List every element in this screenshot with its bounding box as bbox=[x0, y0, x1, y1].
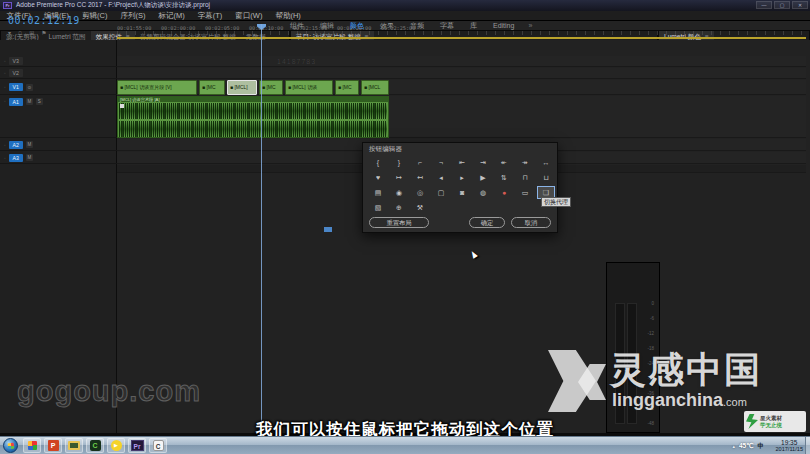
button-grid-row: {}⌐¬⇤⇥↞↠↔ bbox=[363, 156, 557, 171]
timeline-playhead-line bbox=[261, 171, 262, 342]
window-title: Adobe Premiere Pro CC 2017 - F:\Project\… bbox=[16, 1, 210, 10]
editor-button[interactable]: ⌐ bbox=[411, 156, 429, 169]
window-controls: —▢✕ bbox=[756, 1, 808, 9]
tray-expand-icon[interactable]: ▴ bbox=[732, 443, 735, 449]
recorder-icon[interactable]: C bbox=[149, 438, 167, 453]
meter-scale-label: -42 bbox=[647, 406, 654, 411]
launcher-icon[interactable] bbox=[23, 438, 41, 453]
editor-button[interactable]: ↞ bbox=[495, 156, 513, 169]
system-tray: ▴ 45℃ 中 bbox=[732, 437, 764, 454]
timeline-track-headers: ◦V3◦V2◦V1⊙◦A1MS◦A2M◦A3M bbox=[0, 171, 117, 342]
button-editor-dialog: 按钮编辑器 {}⌐¬⇤⇥↞↠↔♥↦↤◂▸▶⇅⊓⊔▤◉◎▢◙◍●▭❏▧⊕⚒ 切换代… bbox=[362, 142, 558, 233]
editor-button[interactable]: ♥ bbox=[369, 171, 387, 184]
editor-button[interactable]: } bbox=[390, 156, 408, 169]
show-desktop-button[interactable] bbox=[805, 437, 810, 454]
camtasia-icon[interactable]: C bbox=[86, 438, 104, 453]
window-control-icon[interactable]: ✕ bbox=[792, 1, 808, 9]
clock-date: 2017/11/15 bbox=[775, 446, 803, 452]
editor-button[interactable]: ⚒ bbox=[411, 201, 429, 214]
cpu-temp-widget[interactable]: 45℃ bbox=[739, 442, 754, 450]
button-grid-row: ▧⊕⚒ bbox=[363, 201, 557, 216]
button-grid-row: ▤◉◎▢◙◍●▭❏ bbox=[363, 186, 557, 201]
editor-button[interactable]: ▧ bbox=[369, 201, 387, 214]
premiere-icon[interactable]: Pr bbox=[128, 438, 146, 453]
toggle-proxies-tooltip: 切换代理 bbox=[541, 197, 571, 207]
editor-button[interactable]: ↦ bbox=[390, 171, 408, 184]
menu-item[interactable]: 字幕(T) bbox=[191, 11, 229, 21]
meter-scale-label: -18 bbox=[647, 346, 654, 351]
menu-item[interactable]: 窗口(W) bbox=[229, 11, 269, 21]
audio-meters-panel: 0-6-12-18-24-30-36-42-48 bbox=[606, 262, 660, 433]
premiere-app-window: Pr Adobe Premiere Pro CC 2017 - F:\Proje… bbox=[0, 0, 810, 454]
media-folder-icon[interactable] bbox=[65, 438, 83, 453]
reset-layout-button[interactable]: 重置布局 bbox=[369, 217, 429, 228]
editor-button[interactable]: ◉ bbox=[390, 186, 408, 199]
editor-button[interactable]: ⊕ bbox=[390, 201, 408, 214]
meter-scale-label: -6 bbox=[647, 316, 654, 321]
editor-button[interactable]: ▭ bbox=[516, 186, 534, 199]
start-button[interactable] bbox=[3, 438, 18, 453]
ok-button[interactable]: 确定 bbox=[469, 217, 505, 228]
taskbar-apps: PC▶PrC bbox=[23, 438, 167, 453]
editor-button[interactable]: ◙ bbox=[453, 186, 471, 199]
editor-button[interactable]: ▤ bbox=[369, 186, 387, 199]
meter-scale-label: 0 bbox=[647, 301, 654, 306]
editor-button[interactable]: ↤ bbox=[411, 171, 429, 184]
meter-bar-left bbox=[615, 303, 625, 424]
dialog-title: 按钮编辑器 bbox=[369, 145, 402, 154]
meter-scale: 0-6-12-18-24-30-36-42-48 bbox=[647, 301, 654, 426]
menu-item[interactable]: 帮助(H) bbox=[269, 11, 307, 21]
timeline-panel: 访谈宣片段访谈宣片段 整编 00:02:12:19 ▾∩⊞⚑ 00:01:55:… bbox=[0, 171, 393, 342]
editor-button[interactable]: ◂ bbox=[432, 171, 450, 184]
track-content-master[interactable] bbox=[117, 171, 393, 173]
editor-button[interactable]: ⊓ bbox=[516, 171, 534, 184]
menu-bar: 文件(F)编辑(E)剪辑(C)序列(S)标记(M)字幕(T)窗口(W)帮助(H) bbox=[0, 11, 810, 21]
premiere-app-icon: Pr bbox=[3, 2, 12, 9]
taskbar-clock[interactable]: 19:35 2017/11/15 bbox=[775, 439, 803, 452]
meter-scale-label: -30 bbox=[647, 376, 654, 381]
editor-button[interactable]: ↔ bbox=[537, 156, 555, 169]
potplayer-icon[interactable]: ▶ bbox=[107, 438, 125, 453]
editor-button[interactable]: ⇥ bbox=[474, 156, 492, 169]
scrub-playhead-icon[interactable] bbox=[324, 227, 332, 232]
editor-button[interactable]: ◎ bbox=[411, 186, 429, 199]
meter-bar-right bbox=[627, 303, 637, 424]
editor-button[interactable]: ¬ bbox=[432, 156, 450, 169]
timeline-track-content: ■ [MCL] 访谈宣片段 [V]■ [MC■ [MCL]■ [MC■ [MCL… bbox=[117, 171, 393, 342]
editor-button[interactable]: ⇅ bbox=[495, 171, 513, 184]
menu-item[interactable]: 剪辑(C) bbox=[76, 11, 114, 21]
windows-taskbar: PC▶PrC ▴ 45℃ 中 19:35 2017/11/15 bbox=[0, 436, 810, 454]
powerpoint-icon[interactable]: P bbox=[44, 438, 62, 453]
editor-button[interactable]: ▸ bbox=[453, 171, 471, 184]
menu-item[interactable]: 标记(M) bbox=[152, 11, 191, 21]
editor-button[interactable]: { bbox=[369, 156, 387, 169]
ime-indicator[interactable]: 中 bbox=[758, 442, 765, 451]
timeline-tracks: ■ [MCL] 访谈宣片段 [V]■ [MC■ [MCL]■ [MC■ [MCL… bbox=[0, 171, 393, 342]
clock-time: 19:35 bbox=[775, 439, 803, 446]
editor-button[interactable]: ⇤ bbox=[453, 156, 471, 169]
record-button[interactable]: ● bbox=[495, 186, 513, 199]
editor-button[interactable]: ◍ bbox=[474, 186, 492, 199]
window-control-icon[interactable]: ▢ bbox=[774, 1, 790, 9]
editor-button[interactable]: ▶ bbox=[474, 171, 492, 184]
meter-scale-label: -12 bbox=[647, 331, 654, 336]
menu-item[interactable]: 序列(S) bbox=[114, 11, 152, 21]
button-grid-row: ♥↦↤◂▸▶⇅⊓⊔ bbox=[363, 171, 557, 186]
window-control-icon[interactable]: — bbox=[756, 1, 772, 9]
editor-button[interactable]: ▢ bbox=[432, 186, 450, 199]
cancel-button[interactable]: 取消 bbox=[511, 217, 551, 228]
meter-scale-label: -36 bbox=[647, 391, 654, 396]
title-bar: Pr Adobe Premiere Pro CC 2017 - F:\Proje… bbox=[0, 0, 810, 11]
editor-button[interactable]: ↠ bbox=[516, 156, 534, 169]
gogoup-watermark: gogoup.com bbox=[17, 375, 201, 408]
editor-button[interactable]: ⊔ bbox=[537, 171, 555, 184]
meter-scale-label: -24 bbox=[647, 361, 654, 366]
